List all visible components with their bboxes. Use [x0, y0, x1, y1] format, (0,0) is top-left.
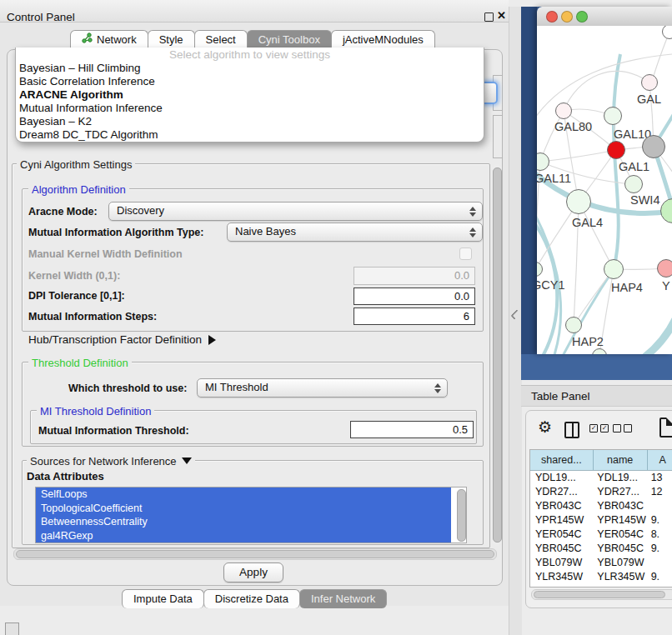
split-columns-icon[interactable] [564, 422, 579, 438]
settings-vertical-scrollbar[interactable] [492, 164, 502, 546]
network-node[interactable] [642, 135, 665, 158]
network-node-hap4[interactable] [604, 259, 624, 279]
tab-impute-data[interactable]: Impute Data [122, 589, 204, 608]
algorithm-option-basic-correlation-inference[interactable]: Basic Correlation Inference [16, 75, 484, 88]
collapsed-panel-icon[interactable] [5, 622, 19, 635]
tab-style[interactable]: Style [148, 30, 195, 48]
table-cell[interactable]: YDR27... [530, 485, 592, 499]
tab-network[interactable]: Network [70, 30, 148, 48]
network-node-hap2[interactable] [565, 317, 582, 333]
table-cell[interactable]: YJL052C [592, 584, 645, 587]
algorithm-option-dream8-dc-tdc-algorithm[interactable]: Dream8 DC_TDC Algorithm [16, 128, 484, 142]
scrollbar-thumb[interactable] [493, 168, 502, 542]
network-node-gal4[interactable] [566, 189, 591, 214]
scrollbar-thumb[interactable] [534, 591, 665, 598]
close-icon[interactable]: ✕ [497, 9, 506, 22]
tab-select[interactable]: Select [194, 30, 248, 48]
network-node-gal1[interactable] [607, 141, 625, 159]
network-node-gal10[interactable] [604, 107, 622, 125]
float-window-icon[interactable] [484, 12, 494, 22]
table-cell[interactable]: YER054C [530, 528, 592, 542]
algorithm-option-bayesian-hill-climbing[interactable]: Bayesian – Hill Climbing [16, 62, 484, 75]
network-canvas[interactable]: GALGAL80GAL10GAL1GAL11SWI4GAL4GCY1HAP4YH… [537, 26, 672, 354]
column-header-shared-[interactable]: shared... [530, 450, 594, 470]
table-row[interactable]: YJL052CYJL052C9. [530, 584, 672, 587]
settings-horizontal-scrollbar[interactable] [13, 548, 497, 560]
table-cell[interactable]: 9. [646, 542, 672, 556]
table-cell[interactable]: 9. [646, 570, 672, 584]
table-cell[interactable]: YBL079W [592, 556, 645, 570]
network-node-y[interactable] [657, 259, 672, 278]
select-all-checkbox-icon[interactable]: ✓ [589, 424, 598, 432]
table-cell[interactable]: YPR145W [530, 513, 592, 528]
attribute-item-selfloops[interactable]: SelfLoops [36, 488, 451, 502]
table-cell[interactable]: YBL079W [530, 556, 592, 570]
close-traffic-light[interactable] [546, 11, 558, 22]
table-cell[interactable]: 12 [646, 485, 672, 499]
algorithm-option-aracne-algorithm[interactable]: ARACNE Algorithm [16, 88, 484, 102]
table-horizontal-scrollbar[interactable] [531, 589, 672, 600]
listbox-scrollbar[interactable] [457, 488, 465, 542]
panel-splitter[interactable] [509, 7, 522, 635]
table-cell[interactable]: YBR043C [530, 499, 592, 513]
manual-kernel-checkbox[interactable] [459, 248, 472, 260]
table-cell[interactable]: YPR145W [592, 513, 645, 528]
tab-infer-network[interactable]: Infer Network [299, 589, 387, 608]
table-row[interactable]: YDL19...YDL19...13 [530, 471, 672, 485]
data-attributes-listbox[interactable]: SelfLoopsTopologicalCoefficientBetweenne… [35, 487, 467, 543]
attribute-item-gal4rgexp[interactable]: gal4RGexp [36, 529, 451, 543]
new-document-icon[interactable] [659, 418, 672, 438]
table-cell[interactable] [646, 556, 672, 570]
sources-group-title[interactable]: Sources for Network Inference [27, 455, 195, 468]
table-cell[interactable]: 9. [646, 513, 672, 528]
table-cell[interactable]: YJL052C [530, 584, 592, 587]
table-row[interactable]: YDR27...YDR27...12 [530, 485, 672, 499]
kernel-width-input[interactable]: 0.0 [354, 267, 475, 285]
algorithm-option-mutual-information-inference[interactable]: Mutual Information Inference [16, 102, 484, 115]
table-cell[interactable]: YBR045C [530, 542, 592, 556]
network-node-gal80[interactable] [555, 102, 572, 119]
tab-discretize-data[interactable]: Discretize Data [203, 589, 300, 608]
algorithm-option-bayesian-k2[interactable]: Bayesian – K2 [16, 115, 484, 128]
select-all-checkbox-icon[interactable]: ✓ [600, 424, 609, 432]
table-cell[interactable] [646, 499, 672, 513]
scrollbar-thumb[interactable] [16, 550, 494, 558]
zoom-traffic-light[interactable] [576, 11, 588, 22]
mi-threshold-input[interactable]: 0.5 [350, 421, 474, 438]
column-header-a[interactable]: A [648, 450, 672, 470]
tab-jactivemnodules[interactable]: jActiveMNodules [331, 30, 435, 48]
mi-type-combobox[interactable]: Naive Bayes [227, 222, 483, 242]
table-cell[interactable]: YLR345W [592, 570, 645, 584]
table-row[interactable]: YBL079WYBL079W [530, 556, 672, 570]
network-window-titlebar[interactable] [537, 7, 672, 27]
table-cell[interactable]: YLR345W [530, 570, 592, 584]
table-cell[interactable]: 8. [646, 528, 672, 542]
tab-cyni-toolbox[interactable]: Cyni Toolbox [247, 30, 332, 48]
column-header-name[interactable]: name [594, 450, 648, 470]
mi-steps-input[interactable]: 6 [354, 308, 475, 325]
table-cell[interactable]: YBR045C [592, 542, 645, 556]
attribute-item-betweennesscentrality[interactable]: BetweennessCentrality [36, 515, 451, 529]
dpi-tolerance-input[interactable]: 0.0 [354, 288, 475, 305]
deselect-checkbox-icon[interactable] [624, 424, 632, 432]
table-cell[interactable]: YBR043C [592, 499, 645, 513]
network-node-gal[interactable] [641, 74, 658, 91]
aracne-mode-combobox[interactable]: Discovery [108, 202, 483, 221]
network-node-swi4[interactable] [624, 175, 643, 193]
table-cell[interactable]: YER054C [592, 528, 645, 542]
table-row[interactable]: YPR145WYPR145W9. [530, 513, 672, 528]
table-row[interactable]: YBR045CYBR045C9. [530, 542, 672, 556]
apply-button[interactable]: Apply [223, 562, 283, 582]
table-cell[interactable]: YDL19... [592, 471, 645, 485]
hub-definition-toggle[interactable]: Hub/Transcription Factor Definition [28, 333, 216, 346]
table-cell[interactable]: 9. [646, 584, 672, 587]
minimize-traffic-light[interactable] [561, 11, 573, 22]
scrollbar-thumb[interactable] [457, 489, 466, 542]
table-row[interactable]: YLR345WYLR345W9. [530, 570, 672, 584]
table-cell[interactable]: YDR27... [592, 485, 645, 499]
which-threshold-combobox[interactable]: MI Threshold [197, 378, 448, 398]
table-cell[interactable]: 13 [646, 471, 672, 485]
deselect-checkbox-icon[interactable] [613, 424, 621, 432]
table-row[interactable]: YBR043CYBR043C [530, 499, 672, 513]
network-view-window[interactable]: GALGAL80GAL10GAL1GAL11SWI4GAL4GCY1HAP4YH… [537, 7, 672, 354]
